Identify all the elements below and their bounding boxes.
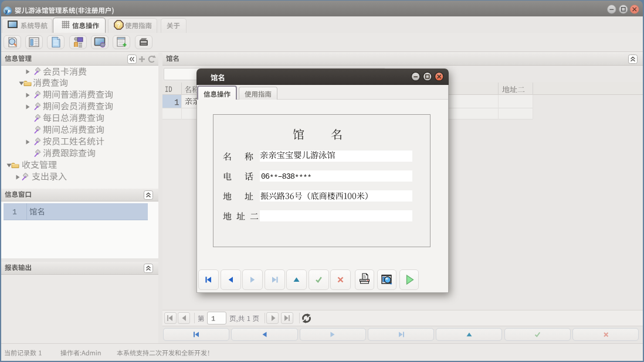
svg-text:F: F (8, 9, 11, 14)
svg-text:?: ? (117, 22, 120, 29)
